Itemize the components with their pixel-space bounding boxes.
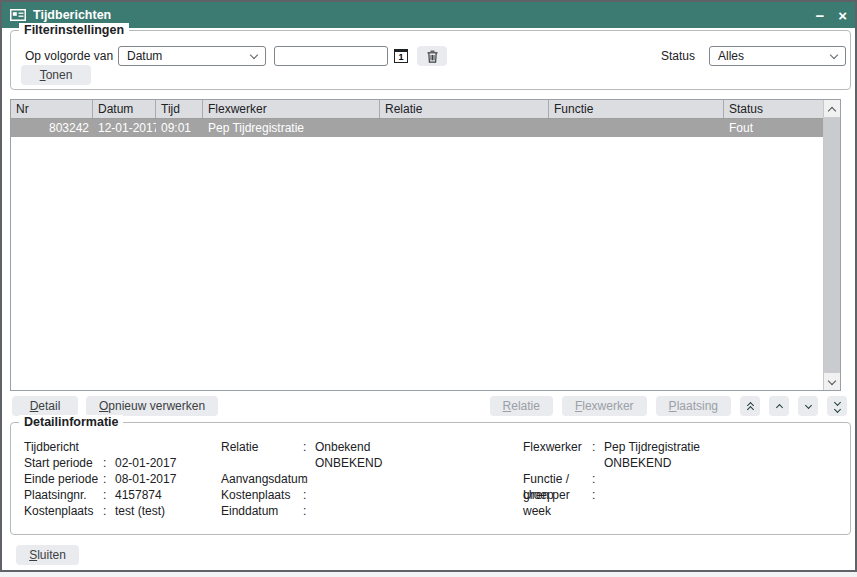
relatie-button[interactable]: Relatie [490, 396, 553, 416]
actions-right: Relatie Flexwerker Plaatsing [490, 396, 847, 416]
detail-row: Kostenplaats : test (test) [24, 503, 176, 519]
chevron-up-icon [828, 106, 836, 114]
actions-row: Detail Opnieuw verwerken Relatie Flexwer… [10, 396, 847, 416]
header-cell-tijd[interactable]: Tijd [156, 100, 203, 118]
scroll-up-button[interactable] [824, 100, 840, 117]
trash-icon [427, 50, 438, 63]
flexwerker-button[interactable]: Flexwerker [562, 396, 647, 416]
detail-info-legend: Detailinformatie [19, 415, 123, 429]
detail-row: Einddatum : [221, 503, 382, 519]
minimize-button[interactable]: − [815, 8, 824, 23]
sort-order-value: Datum [127, 49, 251, 63]
close-button[interactable]: × [838, 8, 847, 23]
calendar-icon: 1 [394, 49, 408, 63]
next-record-button[interactable] [798, 396, 818, 416]
filter-settings-legend: Filterinstellingen [19, 23, 129, 37]
status-value: Alles [718, 49, 831, 63]
detail-row: Plaatsingnr. : 4157874 [24, 487, 176, 503]
vertical-scrollbar[interactable] [823, 100, 840, 390]
detail-column-left: Tijdbericht Start periode : 02-01-2017 E… [24, 439, 176, 519]
clear-filter-button[interactable] [417, 46, 447, 66]
window-title: Tijdberichten [33, 8, 111, 22]
cell-nr: 803242 [11, 119, 93, 137]
chevron-down-icon [804, 402, 811, 409]
filter-settings-group: Filterinstellingen Op volgorde van Datum… [10, 30, 851, 90]
detail-row: Flexwerker : Pep Tijdregistratie [523, 439, 700, 455]
last-record-button[interactable] [827, 396, 847, 416]
scrollbar-thumb[interactable] [824, 117, 840, 373]
cell-status: Fout [724, 119, 823, 137]
sluiten-button[interactable]: Sluiten [16, 545, 79, 565]
cell-flexwerker: Pep Tijdregistratie [203, 119, 380, 137]
detail-row: ONBEKEND [221, 455, 382, 471]
card-icon [10, 9, 26, 21]
detail-button[interactable]: Detail [12, 396, 78, 416]
plaatsing-button[interactable]: Plaatsing [656, 396, 731, 416]
detail-row: Aanvangsdatum : [221, 471, 382, 487]
status-select[interactable]: Alles [709, 46, 846, 66]
scroll-down-button[interactable] [824, 373, 840, 390]
detail-row: Tijdbericht [24, 439, 176, 455]
order-label: Op volgorde van [25, 46, 113, 66]
chevron-down-icon [828, 376, 836, 384]
chevron-down-icon [830, 50, 838, 58]
table-header: Nr Datum Tijd Flexwerker Relatie Functie… [11, 100, 823, 119]
cell-relatie [380, 119, 549, 137]
header-cell-status[interactable]: Status [724, 100, 823, 118]
detail-row: Kostenplaats : [221, 487, 382, 503]
first-record-button[interactable] [740, 396, 760, 416]
detail-row: Einde periode : 08-01-2017 [24, 471, 176, 487]
calendar-button[interactable]: 1 [391, 46, 411, 66]
detail-row: Start periode : 02-01-2017 [24, 455, 176, 471]
reprocess-button[interactable]: Opnieuw verwerken [86, 396, 218, 416]
titlebar: Tijdberichten − × [2, 2, 855, 28]
detail-row: Uren per week : [523, 487, 700, 503]
header-cell-nr[interactable]: Nr [11, 100, 93, 118]
previous-record-button[interactable] [769, 396, 789, 416]
status-label: Status [661, 46, 695, 66]
tijdberichten-window: Tijdberichten − × Filterinstellingen Op … [0, 0, 857, 572]
header-cell-functie[interactable]: Functie [549, 100, 724, 118]
messages-table: Nr Datum Tijd Flexwerker Relatie Functie… [10, 99, 841, 391]
detail-info-group: Detailinformatie Tijdbericht Start perio… [10, 422, 851, 535]
header-cell-datum[interactable]: Datum [93, 100, 156, 118]
cell-tijd: 09:01 [156, 119, 203, 137]
detail-row: Relatie : Onbekend [221, 439, 382, 455]
detail-column-right: Flexwerker : Pep Tijdregistratie ONBEKEN… [523, 439, 700, 503]
header-cell-flexwerker[interactable]: Flexwerker [203, 100, 380, 118]
cell-functie [549, 119, 724, 137]
date-filter-input[interactable] [274, 46, 388, 66]
cell-datum: 12-01-2017 [93, 119, 156, 137]
chevron-down-icon [250, 50, 258, 58]
table-main: Nr Datum Tijd Flexwerker Relatie Functie… [11, 100, 823, 390]
detail-column-middle: Relatie : Onbekend ONBEKEND Aanvangsdatu… [221, 439, 382, 519]
table-row-selected[interactable]: 803242 12-01-2017 09:01 Pep Tijdregistra… [11, 119, 823, 137]
sort-order-select[interactable]: Datum [118, 46, 266, 66]
tonen-button[interactable]: Tonen [21, 65, 91, 85]
header-cell-relatie[interactable]: Relatie [380, 100, 549, 118]
chevron-up-icon [775, 404, 782, 411]
actions-left: Detail Opnieuw verwerken [12, 396, 218, 416]
detail-row: Functie / groep : [523, 471, 700, 487]
detail-row: ONBEKEND [523, 455, 700, 471]
